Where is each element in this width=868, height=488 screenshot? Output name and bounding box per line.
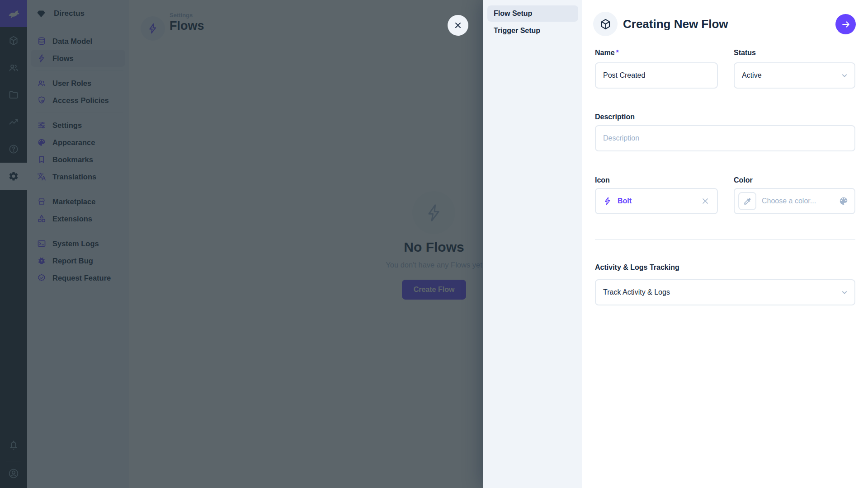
form-divider — [595, 239, 855, 240]
drawer-close-button[interactable] — [448, 15, 468, 36]
drawer-nav: Flow Setup Trigger Setup — [483, 0, 582, 488]
description-input[interactable] — [595, 125, 855, 151]
creating-new-flow-drawer: Flow Setup Trigger Setup Creating New Fl… — [483, 0, 868, 488]
color-placeholder: Choose a color... — [762, 197, 816, 205]
tracking-value: Track Activity & Logs — [603, 288, 670, 296]
drawer-nav-trigger-setup[interactable]: Trigger Setup — [487, 23, 578, 39]
status-value: Active — [742, 71, 762, 80]
icon-label: Icon — [595, 176, 610, 184]
arrow-right-icon — [841, 19, 851, 29]
color-label: Color — [734, 176, 753, 184]
required-mark: * — [616, 49, 619, 56]
drawer-header-icon-circle — [593, 12, 618, 36]
status-label: Status — [734, 49, 756, 57]
color-swatch-button[interactable] — [738, 192, 756, 210]
drawer-content: Creating New Flow Name* Status Active De… — [582, 0, 868, 488]
description-label: Description — [595, 113, 635, 121]
tracking-label: Activity & Logs Tracking — [595, 263, 679, 272]
close-icon — [453, 21, 462, 30]
drawer-title: Creating New Flow — [623, 17, 728, 31]
cube-icon — [599, 18, 612, 30]
name-label: Name* — [595, 49, 619, 57]
tracking-select[interactable]: Track Activity & Logs — [595, 279, 855, 305]
icon-value: Bolt — [618, 197, 701, 205]
eyedropper-icon — [743, 197, 752, 206]
clear-icon[interactable] — [701, 197, 710, 206]
drawer-nav-flow-setup[interactable]: Flow Setup — [487, 5, 578, 22]
icon-select[interactable]: Bolt — [595, 188, 718, 214]
name-input[interactable] — [595, 62, 718, 89]
bolt-icon — [603, 197, 612, 206]
chevron-down-icon — [840, 288, 849, 297]
directus-app: Directus Data Model Flows User Rol — [0, 0, 868, 488]
chevron-down-icon — [840, 71, 849, 80]
color-input[interactable]: Choose a color... — [734, 188, 855, 214]
status-select[interactable]: Active — [734, 62, 855, 89]
drawer-next-button[interactable] — [835, 14, 856, 34]
palette-icon — [839, 196, 849, 206]
